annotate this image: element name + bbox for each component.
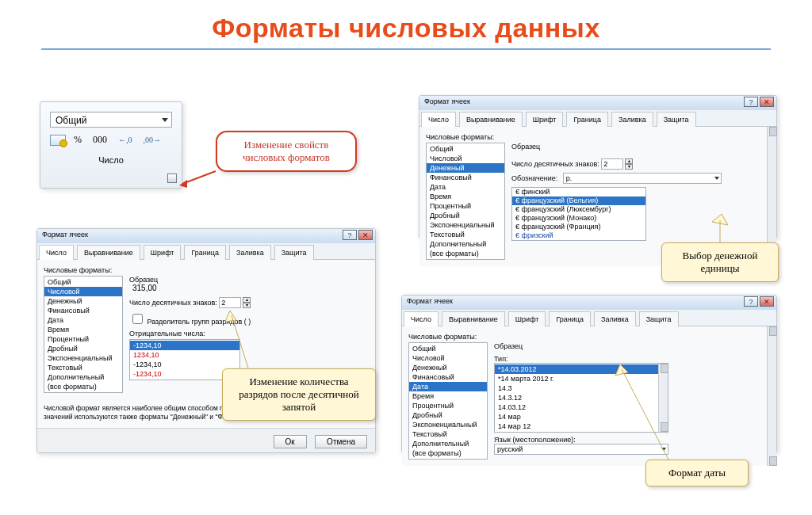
decimals-label: Число десятичных знаков: (129, 299, 217, 307)
list-item[interactable]: Дата (427, 182, 504, 192)
number-format-combo[interactable]: Общий (50, 112, 172, 128)
tab-alignment[interactable]: Выравнивание (442, 311, 505, 326)
list-item[interactable]: € французский (Монако) (512, 214, 645, 223)
currency-icon[interactable] (50, 135, 66, 146)
close-button[interactable]: ✕ (760, 296, 774, 307)
list-item[interactable]: Дробный (427, 211, 504, 220)
tab-protection[interactable]: Защита (274, 245, 314, 260)
cancel-button[interactable]: Отмена (315, 435, 367, 448)
currency-dropdown-open[interactable]: € финский € французский (Бельгия) € фран… (511, 187, 646, 241)
spinner-up-icon[interactable]: ▴ (243, 297, 251, 303)
thousands-checkbox[interactable] (132, 314, 143, 324)
decimals-input[interactable] (601, 158, 623, 170)
category-list[interactable]: Общий Числовой Денежный Финансовый Дата … (426, 143, 505, 260)
dialog-titlebar: Формат ячеек ? ✕ (419, 96, 776, 110)
decimals-spinner[interactable]: ▴▾ (601, 158, 633, 170)
scrollbar[interactable] (767, 326, 776, 466)
symbol-combo[interactable]: р. (563, 173, 722, 184)
list-item[interactable]: Денежный (44, 296, 122, 306)
tab-protection[interactable]: Защита (657, 112, 696, 127)
list-item[interactable]: Экспоненциальный (427, 220, 504, 230)
close-button[interactable]: ✕ (358, 230, 373, 240)
tab-font[interactable]: Шрифт (144, 245, 182, 260)
help-button[interactable]: ? (744, 296, 758, 307)
list-item[interactable]: Время (427, 192, 504, 201)
thousand-sep-button[interactable]: 000 (90, 132, 110, 147)
list-item[interactable]: Общий (427, 144, 504, 154)
list-item[interactable]: Процентный (427, 201, 504, 211)
slide-title: Форматы числовых данных (0, 13, 812, 44)
list-item[interactable]: Дополнительный (44, 372, 122, 382)
list-item[interactable]: Денежный (427, 163, 504, 173)
tab-border[interactable]: Граница (184, 245, 226, 260)
tab-fill[interactable]: Заливка (611, 112, 653, 127)
spinner-up-icon[interactable]: ▴ (625, 158, 633, 164)
list-item[interactable]: Финансовый (44, 306, 122, 315)
dialog-titlebar: Формат ячеек ? ✕ (37, 229, 375, 243)
list-item[interactable]: Процентный (44, 334, 122, 344)
list-item[interactable]: Время (409, 391, 487, 401)
list-item[interactable]: Финансовый (427, 173, 504, 182)
help-button[interactable]: ? (744, 97, 758, 107)
dialog-tabs: Число Выравнивание Шрифт Граница Заливка… (37, 243, 375, 260)
tab-alignment[interactable]: Выравнивание (77, 245, 140, 260)
list-item[interactable]: Текстовый (427, 230, 504, 239)
list-item[interactable]: Общий (44, 277, 122, 287)
list-item[interactable]: Общий (409, 344, 487, 353)
list-item[interactable]: Экспоненциальный (44, 353, 122, 363)
list-item[interactable]: Экспоненциальный (409, 420, 487, 429)
category-list[interactable]: Общий Числовой Денежный Финансовый Дата … (408, 342, 488, 460)
tab-alignment[interactable]: Выравнивание (459, 112, 523, 127)
list-item[interactable]: -1234,10 (130, 360, 239, 369)
list-item[interactable]: Дробный (44, 344, 122, 353)
list-item[interactable]: € французский (Бельгия) (512, 196, 645, 205)
list-item[interactable]: Дополнительный (427, 239, 504, 249)
dialog-launcher-icon[interactable] (167, 174, 177, 183)
list-item[interactable]: (все форматы) (409, 448, 487, 458)
category-list[interactable]: Общий Числовой Денежный Финансовый Дата … (44, 276, 123, 393)
list-item[interactable]: € фризский (512, 231, 645, 240)
percent-button[interactable]: % (71, 132, 85, 147)
tab-font[interactable]: Шрифт (526, 112, 564, 127)
decimals-input[interactable] (219, 297, 241, 308)
list-item[interactable]: € французский (Франция) (512, 223, 645, 231)
tab-border[interactable]: Граница (549, 311, 591, 326)
list-item[interactable]: Текстовый (409, 429, 487, 439)
list-item[interactable]: (все форматы) (44, 382, 122, 391)
list-item[interactable]: Числовой (409, 353, 487, 363)
list-item[interactable]: Дробный (409, 410, 487, 420)
spinner-down-icon[interactable]: ▾ (243, 303, 251, 308)
tab-fill[interactable]: Заливка (594, 311, 636, 326)
decrease-decimal-button[interactable]: ,00→ (140, 134, 165, 146)
tab-number[interactable]: Число (404, 311, 439, 326)
ok-button[interactable]: Ок (274, 435, 307, 448)
list-item[interactable]: Процентный (409, 401, 487, 410)
decimals-spinner[interactable]: ▴▾ (219, 297, 251, 308)
list-item[interactable]: Дополнительный (409, 439, 487, 448)
list-item[interactable]: € финский (512, 188, 645, 196)
callout-pointer-decimals (225, 311, 273, 372)
tab-fill[interactable]: Заливка (229, 245, 271, 260)
spinner-down-icon[interactable]: ▾ (625, 164, 633, 170)
list-item[interactable]: Дата (409, 382, 487, 391)
list-item[interactable]: € французский (Люксембург) (512, 205, 645, 214)
list-item[interactable]: Числовой (427, 154, 504, 163)
list-item[interactable]: Числовой (44, 287, 122, 296)
tab-border[interactable]: Граница (566, 112, 608, 127)
list-item[interactable]: Финансовый (409, 372, 487, 382)
help-button[interactable]: ? (343, 230, 357, 240)
list-item[interactable]: 1234,10 (130, 350, 239, 360)
tab-protection[interactable]: Защита (639, 311, 679, 326)
tab-number[interactable]: Число (421, 112, 456, 127)
tab-font[interactable]: Шрифт (508, 311, 546, 326)
list-item[interactable]: Дата (44, 315, 122, 325)
list-item[interactable]: -1234,10 (130, 341, 239, 350)
list-item[interactable]: Время (44, 325, 122, 334)
increase-decimal-button[interactable]: ←,0 (115, 134, 136, 146)
close-button[interactable]: ✕ (760, 97, 774, 107)
callout-currency: Выбор денежной единицы (661, 242, 779, 282)
tab-number[interactable]: Число (39, 245, 74, 260)
list-item[interactable]: Текстовый (44, 363, 122, 372)
list-item[interactable]: Денежный (409, 363, 487, 372)
list-item[interactable]: (все форматы) (427, 249, 504, 258)
